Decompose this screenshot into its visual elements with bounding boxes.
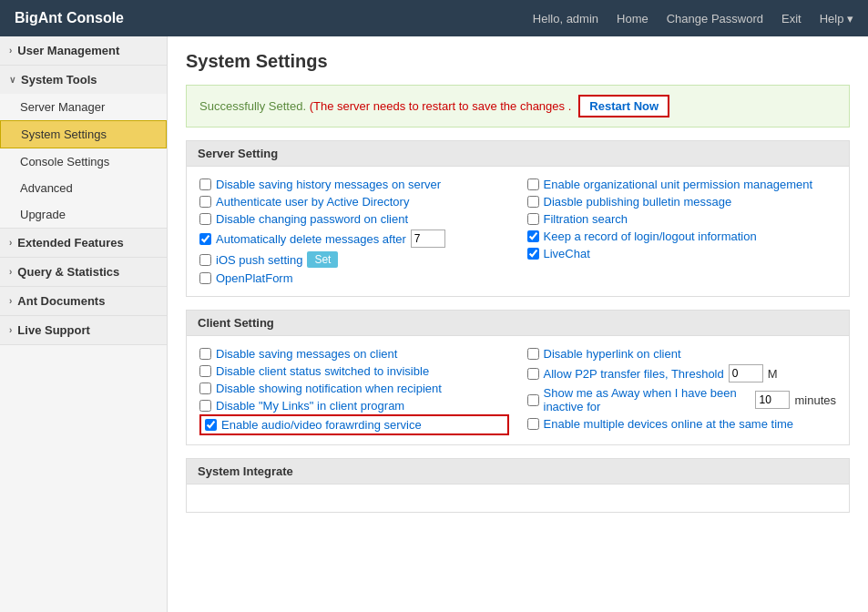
check-row-disable-change-password: Disable changing password on client [199,210,509,228]
label-open-platform[interactable]: OpenPlatForm [216,271,293,285]
arrow-icon: › [9,238,12,248]
change-password-link[interactable]: Change Password [667,12,763,26]
check-row-keep-login-record: Keep a record of login/logout informatio… [527,228,837,245]
check-row-enable-audio-video: Enable audio/video forawrding service [199,414,509,435]
check-row-auto-delete: Automatically delete messages after [199,228,509,250]
label-keep-login-record[interactable]: Keep a record of login/logout informatio… [544,230,757,243]
server-setting-header: Server Setting [187,141,849,167]
checkbox-disable-bulletin[interactable] [527,196,539,208]
label-show-away[interactable]: Show me as Away when I have been inactiv… [544,386,751,413]
sidebar-item-advanced[interactable]: Advanced [0,175,167,201]
checkbox-show-away[interactable] [527,394,539,406]
checkbox-disable-save-messages[interactable] [199,348,211,360]
check-row-filtration-search: Filtration search [527,210,837,228]
success-text: Successfully Setted. [199,99,306,113]
sidebar-section-live-support: ›Live Support [0,316,167,345]
check-row-livechat: LiveChat [527,245,837,262]
checkbox-disable-history[interactable] [199,178,211,190]
check-row-org-permission: Enable organizational unit permission ma… [527,176,837,193]
label-filtration-search[interactable]: Filtration search [544,212,628,226]
arrow-icon: › [9,267,12,277]
restart-now-button[interactable]: Restart Now [578,95,669,117]
sidebar-section-label: Live Support [17,323,89,337]
checkbox-disable-notification[interactable] [199,382,211,394]
sidebar-item-upgrade[interactable]: Upgrade [0,201,167,228]
client-setting-section: Client Setting Disable saving messages o… [186,310,850,445]
check-row-ios-push: iOS push settingSet [199,250,509,270]
checkbox-open-platform[interactable] [199,272,211,284]
label-disable-change-password[interactable]: Disable changing password on client [216,212,408,226]
label-allow-p2p[interactable]: Allow P2P transfer files, Threshold [544,367,724,381]
sidebar-item-system-settings[interactable]: System Settings [0,120,167,148]
arrow-icon: › [9,325,12,335]
label-ios-push[interactable]: iOS push setting [216,253,302,267]
page-title: System Settings [186,51,850,72]
checkbox-auth-active-directory[interactable] [199,196,211,208]
sidebar-header-query-statistics[interactable]: ›Query & Statistics [0,258,167,286]
system-integrate-header: System Integrate [187,459,849,484]
checkbox-org-permission[interactable] [527,178,539,190]
checkbox-disable-change-password[interactable] [199,213,211,225]
checkbox-keep-login-record[interactable] [527,230,539,242]
label-disable-mylinks[interactable]: Disable "My Links" in client program [216,399,404,413]
sidebar-item-console-settings[interactable]: Console Settings [0,148,167,175]
check-row-disable-hyperlink: Disable hyperlink on client [527,345,837,362]
label-auto-delete[interactable]: Automatically delete messages after [216,232,406,246]
sidebar-item-server-manager[interactable]: Server Manager [0,94,167,120]
label-disable-history[interactable]: Disable saving history messages on serve… [216,178,441,191]
checkbox-disable-invisible[interactable] [199,365,211,377]
system-integrate-body [187,484,849,512]
label-enable-audio-video[interactable]: Enable audio/video forawrding service [221,418,422,432]
help-link[interactable]: Help ▾ [820,12,853,26]
sidebar-section-label: System Tools [21,73,97,87]
label-enable-multiple-devices[interactable]: Enable multiple devices online at the sa… [544,417,794,431]
home-link[interactable]: Home [617,12,648,26]
sidebar-section-label: Extended Features [17,236,123,250]
label-disable-bulletin[interactable]: Diasble publishing bulletin message [544,195,732,209]
sidebar-section-query-statistics: ›Query & Statistics [0,258,167,287]
top-navigation: BigAnt Console Hello, admin Home Change … [0,0,868,36]
checkbox-livechat[interactable] [527,248,539,260]
label-disable-save-messages[interactable]: Disable saving messages on client [216,347,397,361]
checkbox-auto-delete[interactable] [199,233,211,245]
checkbox-allow-p2p[interactable] [527,368,539,380]
checkbox-disable-mylinks[interactable] [199,400,211,412]
sidebar-header-live-support[interactable]: ›Live Support [0,316,167,344]
sidebar-section-user-management: ›User Management [0,36,167,66]
checkbox-ios-push[interactable] [199,254,211,266]
checkbox-disable-hyperlink[interactable] [527,348,539,360]
check-row-disable-notification: Disable showing notification when recipi… [199,380,509,397]
label-disable-notification[interactable]: Disable showing notification when recipi… [216,382,442,395]
success-banner: Successfully Setted. (The server needs t… [186,85,850,128]
label-livechat[interactable]: LiveChat [544,247,590,260]
exit-link[interactable]: Exit [781,12,802,26]
input-show-away[interactable] [755,391,790,409]
server-setting-section: Server Setting Disable saving history me… [186,140,850,297]
check-row-disable-history: Disable saving history messages on serve… [199,176,509,193]
sidebar-section-label: User Management [17,44,119,57]
sidebar-section-label: Query & Statistics [17,265,119,279]
arrow-icon: › [9,46,12,56]
label-disable-hyperlink[interactable]: Disable hyperlink on client [544,347,681,361]
sidebar-header-user-management[interactable]: ›User Management [0,36,167,65]
check-row-open-platform: OpenPlatForm [199,270,509,287]
checkbox-enable-audio-video[interactable] [205,419,217,431]
input-auto-delete[interactable] [411,230,445,248]
checkbox-enable-multiple-devices[interactable] [527,418,539,430]
label-auth-active-directory[interactable]: Authenticate user by Active Directory [216,195,409,209]
sidebar-header-extended-features[interactable]: ›Extended Features [0,229,167,257]
warning-text: (The server needs to restart to save the… [310,99,572,113]
server-left-col: Disable saving history messages on serve… [199,176,509,287]
main-content: System Settings Successfully Setted. (Th… [168,36,868,612]
set-button-ios-push[interactable]: Set [307,251,338,268]
sidebar-header-system-tools[interactable]: ∨System Tools [0,66,167,94]
client-right-col: Disable hyperlink on clientAllow P2P tra… [527,345,837,435]
check-row-disable-bulletin: Diasble publishing bulletin message [527,193,837,210]
sidebar-section-system-tools: ∨System ToolsServer ManagerSystem Settin… [0,66,167,229]
checkbox-filtration-search[interactable] [527,213,539,225]
input-allow-p2p[interactable] [729,364,763,382]
label-org-permission[interactable]: Enable organizational unit permission ma… [544,178,813,191]
sidebar-section-ant-documents: ›Ant Documents [0,287,167,316]
label-disable-invisible[interactable]: Disable client status switched to invisi… [216,364,429,378]
sidebar-header-ant-documents[interactable]: ›Ant Documents [0,287,167,315]
